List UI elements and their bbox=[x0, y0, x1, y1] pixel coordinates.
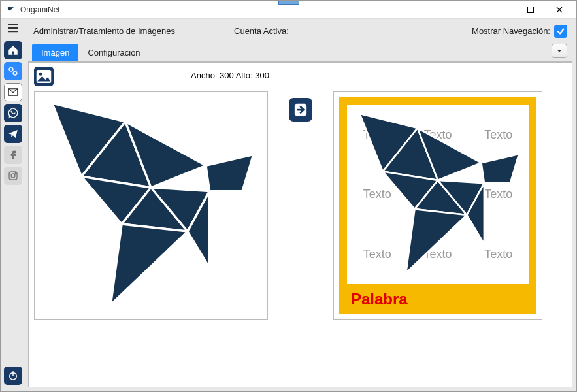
active-account-label: Cuenta Activa: bbox=[234, 26, 289, 36]
home-icon[interactable] bbox=[4, 41, 22, 59]
output-card: Texto Texto Texto Texto Texto Texto Text… bbox=[339, 97, 536, 314]
tab-image[interactable]: Imágen bbox=[32, 44, 78, 61]
window-close-button[interactable] bbox=[545, 1, 574, 18]
svg-rect-4 bbox=[12, 52, 14, 55]
svg-point-10 bbox=[11, 174, 15, 178]
svg-point-11 bbox=[14, 172, 16, 174]
tab-bar: Imágen Configuración bbox=[28, 41, 572, 62]
window-minimize-button[interactable] bbox=[487, 1, 516, 18]
left-sidebar bbox=[1, 19, 25, 391]
svg-rect-3 bbox=[528, 7, 534, 12]
source-image-panel bbox=[34, 91, 268, 320]
window-title: OrigamiNet bbox=[20, 5, 60, 14]
power-icon[interactable] bbox=[4, 367, 22, 385]
tab-configuration[interactable]: Configuración bbox=[78, 44, 149, 61]
card-caption[interactable]: Palabra bbox=[347, 284, 529, 314]
facebook-icon[interactable] bbox=[4, 146, 22, 164]
content-area: Administrar/Tratamiento de Imágenes Cuen… bbox=[25, 19, 576, 391]
svg-point-15 bbox=[39, 73, 42, 76]
instagram-icon[interactable] bbox=[4, 167, 22, 185]
workspace-panel: Ancho: 300 Alto: 300 bbox=[28, 62, 572, 387]
window-maximize-button[interactable] bbox=[516, 1, 545, 18]
svg-marker-23 bbox=[110, 224, 188, 304]
show-navigation-label: Mostrar Navegación: bbox=[472, 26, 550, 36]
svg-marker-19 bbox=[206, 155, 254, 191]
process-arrow-button[interactable] bbox=[289, 98, 312, 122]
tabs-overflow-button[interactable] bbox=[552, 44, 567, 58]
mail-icon[interactable] bbox=[4, 83, 22, 101]
svg-point-5 bbox=[9, 67, 13, 71]
window-titlebar: OrigamiNet bbox=[1, 1, 576, 19]
svg-rect-2 bbox=[499, 10, 505, 10]
top-toolbar: Administrar/Tratamiento de Imágenes Cuen… bbox=[28, 22, 572, 41]
show-navigation-checkbox[interactable] bbox=[554, 25, 567, 38]
origami-bird-preview-icon bbox=[350, 108, 526, 282]
svg-rect-13 bbox=[12, 371, 14, 376]
settings-gears-icon[interactable] bbox=[4, 62, 22, 80]
svg-point-6 bbox=[13, 71, 17, 75]
image-picker-button[interactable] bbox=[34, 67, 54, 86]
whatsapp-icon[interactable] bbox=[4, 104, 22, 122]
app-icon bbox=[6, 5, 16, 15]
image-dimensions-label: Ancho: 300 Alto: 300 bbox=[191, 71, 269, 80]
origami-bird-icon bbox=[39, 96, 263, 316]
window-drag-grip[interactable] bbox=[278, 1, 299, 5]
telegram-icon[interactable] bbox=[4, 125, 22, 143]
breadcrumb: Administrar/Tratamiento de Imágenes bbox=[33, 26, 175, 36]
svg-marker-29 bbox=[482, 154, 519, 183]
preview-card-panel: Texto Texto Texto Texto Texto Texto Text… bbox=[333, 91, 542, 320]
svg-marker-33 bbox=[406, 209, 467, 273]
hamburger-menu-button[interactable] bbox=[5, 22, 21, 35]
